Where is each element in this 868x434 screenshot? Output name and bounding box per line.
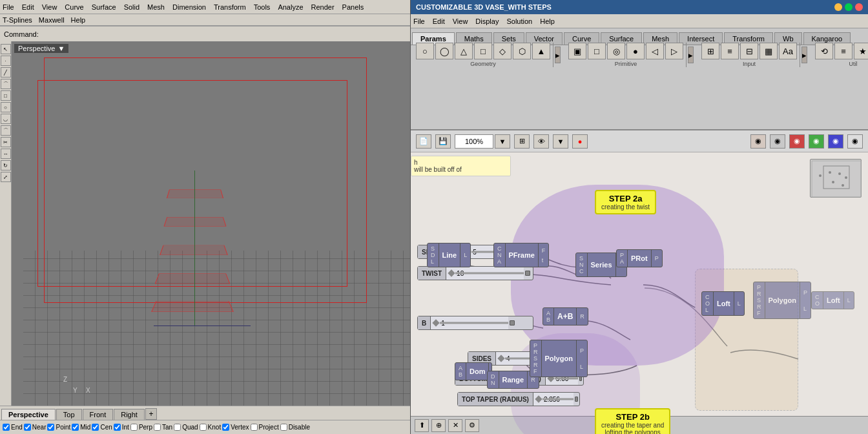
gh-menu-solution[interactable]: Solution	[506, 17, 532, 25]
snap-near[interactable]: Near	[24, 424, 46, 431]
tool-arc[interactable]: ◡	[1, 114, 11, 124]
snap-cen[interactable]: Cen	[92, 424, 112, 431]
snap-int-check[interactable]	[114, 424, 121, 431]
snap-vertex-check[interactable]	[222, 424, 229, 431]
viewport-label[interactable]: Perspective ▼	[14, 44, 68, 53]
win-maximize[interactable]	[845, 3, 852, 11]
tool-fillet[interactable]: ⌒	[1, 125, 11, 136]
step-2a-node[interactable]: STEP 2a creating the twist	[595, 190, 656, 214]
top-taper-track[interactable]: 2.856	[533, 393, 574, 406]
tool-move[interactable]: ↔	[1, 149, 11, 159]
snap-tan-check[interactable]	[154, 424, 161, 431]
snap-quad-check[interactable]	[174, 424, 181, 431]
gh-canvas-color2[interactable]: ◉	[770, 134, 785, 149]
tool-box[interactable]: □	[1, 90, 11, 101]
gh-geo-btn-5[interactable]: ◇	[493, 43, 512, 59]
gh-geo-btn-4[interactable]: □	[474, 43, 492, 59]
step-2b-node[interactable]: STEP 2b creating the taper andlofting th…	[595, 408, 670, 434]
gh-input-btn-4[interactable]: ▦	[760, 43, 778, 59]
snap-end[interactable]: End	[3, 424, 23, 431]
gh-canvas-color3[interactable]: ◉	[789, 134, 805, 149]
zoom-dropdown[interactable]: ▼	[495, 134, 510, 149]
menu-tools[interactable]: Tools	[254, 3, 271, 11]
gh-canvas-color6[interactable]: ◉	[847, 134, 863, 149]
menu-curve[interactable]: Curve	[65, 3, 83, 11]
tool-rotate[interactable]: ↻	[1, 160, 11, 170]
gh-prim-btn-6[interactable]: ▷	[665, 43, 683, 59]
menu-analyze[interactable]: Analyze	[278, 3, 303, 11]
gh-preview-dropdown[interactable]: ▼	[553, 134, 568, 149]
menu-solid[interactable]: Solid	[124, 3, 140, 11]
gh-canvas-color5[interactable]: ◉	[828, 134, 843, 149]
loft-component[interactable]: C O L Loft L	[701, 291, 745, 316]
snap-int[interactable]: Int	[114, 424, 129, 431]
twist-thumb[interactable]	[448, 269, 455, 276]
b-thumb[interactable]	[433, 319, 440, 326]
gh-canvas[interactable]: h will be built off of STEP 2a creating …	[411, 152, 868, 434]
snap-knot[interactable]: Knot	[200, 424, 222, 431]
gh-geo-btn-3[interactable]: △	[455, 43, 473, 59]
snap-knot-check[interactable]	[200, 424, 207, 431]
gh-input-btn-3[interactable]: ⊟	[740, 43, 758, 59]
gh-prim-btn-3[interactable]: ◎	[607, 43, 625, 59]
tab-top[interactable]: Top	[56, 409, 82, 420]
gh-util-btn-3[interactable]: ★	[854, 43, 868, 59]
top-taper-slider[interactable]: TOP TAPER (RADIUS) 2.856	[457, 392, 580, 406]
polygon-component[interactable]: P R S R F Polygon P L	[530, 340, 588, 377]
aplusb-component[interactable]: A B A+B R	[542, 307, 588, 326]
gh-menu-edit[interactable]: Edit	[433, 17, 445, 25]
gh-preview-toggle[interactable]: 👁	[533, 134, 549, 149]
snap-mid[interactable]: Mid	[72, 424, 90, 431]
snap-vertex[interactable]: Vertex	[222, 424, 249, 431]
pframe-component[interactable]: C N A PFrame F t	[493, 243, 549, 267]
menu-panels[interactable]: Panels	[342, 3, 364, 11]
gh-menu-file[interactable]: File	[413, 17, 425, 25]
line-component[interactable]: S D L Line L	[427, 243, 471, 267]
gh-prim-expand[interactable]: ▸	[688, 46, 694, 63]
viewport-canvas[interactable]: Z Y X	[12, 41, 410, 406]
gh-new-btn[interactable]: 📄	[416, 134, 431, 149]
minimap[interactable]	[810, 159, 862, 198]
win-close[interactable]	[855, 3, 863, 11]
win-minimize[interactable]	[834, 3, 842, 11]
snap-perp-check[interactable]	[130, 424, 138, 431]
gh-status-btn-3[interactable]: ✕	[448, 419, 462, 432]
twist-slider[interactable]: TWIST 18	[417, 266, 533, 280]
gh-input-expand[interactable]: ▸	[801, 46, 807, 63]
right-loft-component[interactable]: C O Loft L	[811, 291, 854, 309]
gh-geo-btn-6[interactable]: ⬡	[513, 43, 531, 59]
gh-prim-btn-5[interactable]: ◁	[646, 43, 664, 59]
menu-tsplines[interactable]: T-Splines	[3, 16, 32, 24]
menu-render[interactable]: Render	[311, 3, 335, 11]
gh-prim-btn-1[interactable]: ▣	[568, 43, 586, 59]
snap-tan[interactable]: Tan	[154, 424, 172, 431]
gh-save-btn[interactable]: 💾	[435, 134, 451, 149]
tool-trim[interactable]: ✂	[1, 137, 11, 147]
snap-project-check[interactable]	[251, 424, 258, 431]
menu-mesh[interactable]: Mesh	[147, 3, 165, 11]
gh-status-btn-2[interactable]: ⊕	[431, 419, 446, 432]
snap-cen-check[interactable]	[92, 424, 99, 431]
tab-perspective[interactable]: Perspective	[1, 409, 56, 420]
snap-perp[interactable]: Perp	[130, 424, 152, 431]
snap-mid-check[interactable]	[72, 424, 79, 431]
b-track[interactable]: 1	[431, 316, 508, 329]
gh-prim-btn-2[interactable]: □	[588, 43, 606, 59]
viewport-container[interactable]: Perspective ▼	[12, 41, 410, 406]
tab-front[interactable]: Front	[83, 409, 114, 420]
snap-end-check[interactable]	[3, 424, 10, 431]
snap-project[interactable]: Project	[251, 424, 279, 431]
tool-line[interactable]: ╱	[1, 67, 11, 78]
menu-surface[interactable]: Surface	[92, 3, 116, 11]
gh-input-btn-2[interactable]: ≡	[721, 43, 739, 59]
gh-util-btn-2[interactable]: ≡	[834, 43, 852, 59]
top-taper-thumb[interactable]	[535, 395, 542, 402]
snap-point[interactable]: Point	[47, 424, 70, 431]
snap-near-check[interactable]	[24, 424, 31, 431]
gh-status-btn-4[interactable]: ⚙	[465, 419, 479, 432]
twist-track[interactable]: 18	[446, 267, 524, 280]
tool-circle[interactable]: ○	[1, 102, 11, 112]
gh-zoom-fit[interactable]: ⊞	[514, 134, 530, 149]
gh-status-btn-1[interactable]: ⬆	[415, 419, 429, 432]
prot-component[interactable]: P A PRot P	[616, 249, 663, 267]
